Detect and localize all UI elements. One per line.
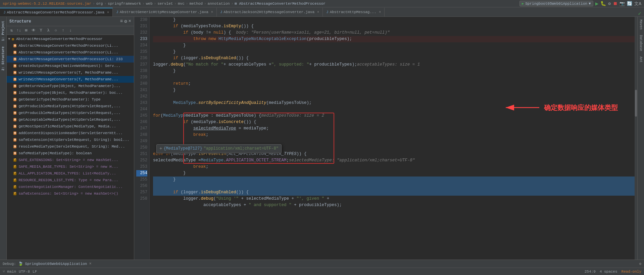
code-line-252: break; [153, 164, 635, 170]
debug-close-btn[interactable]: × [89, 262, 91, 266]
code-body[interactable]: } if (mediaTypesToUse.isEmpty()) { if (b… [150, 17, 635, 260]
line-numbers: 230 231 232 233 234 235 236 237 238 239 … [134, 17, 150, 260]
encoding[interactable]: UTF-8 [19, 270, 30, 274]
translate-button[interactable]: 文A [634, 1, 641, 7]
git-branch[interactable]: ⑂ main [3, 270, 16, 274]
code-line-256: if (logger.isDebugEnabled()) { [153, 189, 635, 196]
f-icon-2: f [13, 165, 16, 168]
line-col: 254:9 [585, 270, 596, 274]
line-endings[interactable]: LF [33, 270, 37, 274]
ant-tab[interactable]: Ant [638, 54, 643, 65]
structure-tab-side[interactable]: 2: Structure [1, 44, 6, 73]
tree-field-safemedia[interactable]: f SAFE_MEDIA_BASE_TYPES: Set<String> = n… [7, 163, 134, 170]
tree-field-contentneg[interactable]: f contentNegotiationManager: ContentNego… [7, 184, 134, 190]
stop-button[interactable]: ⏹ [613, 1, 617, 6]
tree-method-write2[interactable]: m writeWithMessageConverters(T, MethodPa… [7, 76, 134, 83]
tree-method-getreturn[interactable]: m getReturnValueType(Object, MethodParam… [7, 83, 134, 89]
debug-label: Debug: [3, 262, 16, 266]
sync-status: ✓ [638, 10, 641, 17]
code-content[interactable]: 230 231 232 233 234 235 236 237 238 239 … [134, 17, 637, 260]
debug-settings[interactable]: ⚙ [639, 262, 641, 266]
tab-close4[interactable]: × [379, 10, 381, 14]
sort-asc-icon[interactable]: ↑↓ [15, 27, 22, 34]
refresh-button[interactable]: 🔄 [627, 1, 632, 6]
tree-field-safeextensions[interactable]: f safeExtensions: Set<String> = new Hash… [7, 190, 134, 197]
field-resource-label: RESOURCE_REGION_LIST_TYPE: Type = new Pa… [18, 178, 118, 182]
line-num-250: 250 [136, 145, 147, 151]
line-num-243: 243 [136, 100, 147, 106]
tree-constructor-1[interactable]: m AbstractMessageConverterMethodProcesso… [7, 42, 134, 49]
sort-icon[interactable]: ≡ [120, 18, 123, 24]
build-button[interactable]: ⚙ [608, 1, 611, 6]
tree-method-getgeneric[interactable]: m getGenericType(MethodParameter): Type [7, 96, 134, 103]
method-getproducible1-label: getProducibleMediaTypes(HttpServletReque… [18, 104, 120, 108]
tree-method-create[interactable]: m createOutputMessage(NativeWebRequest):… [7, 63, 134, 69]
method-getacceptable-label: getAcceptableMediaTypes(HttpServletReque… [18, 118, 120, 122]
project-tab[interactable]: 1: Project [1, 18, 6, 44]
tab-close3[interactable]: × [317, 10, 319, 14]
tab-abstractmessage[interactable]: J AbstractMessageConverterMethodProcesso… [0, 8, 113, 16]
sort-alpha-icon[interactable]: ⇅ [8, 27, 15, 34]
f-icon-4: f [13, 179, 16, 182]
run-configuration[interactable]: ▶ Springboot05Web01Application ▼ [519, 1, 593, 6]
top-bar-controls: ▶ Springboot05Web01Application ▼ ▶ 🐛 ⚙ ⏹… [519, 0, 641, 7]
code-line-258: acceptableTypes + " and supported " + pr… [153, 202, 635, 208]
line-num-247: 247 [136, 125, 147, 132]
m-icon-3: m [13, 57, 16, 61]
tab-abstractjackson[interactable]: J AbstractJackson2HttpMessageConverter.j… [217, 8, 323, 16]
visibility-icon[interactable]: 👁 [30, 27, 37, 34]
field-contentneg-label: contentNegotiationManager: ContentNegoti… [18, 185, 122, 189]
method-write2-label: writeWithMessageConverters(T, MethodPara… [18, 77, 118, 81]
down-icon[interactable]: ↓ [67, 27, 74, 34]
tab-close[interactable]: × [107, 11, 109, 14]
tree-method-isresource[interactable]: m isResourceType(Object, MethodParameter… [7, 89, 134, 96]
tree-constructor-2[interactable]: m AbstractMessageConverterMethodProcesso… [7, 49, 134, 56]
tree-method-addcontent[interactable]: m addContentDispositionHeader(ServletSer… [7, 130, 134, 136]
tree-method-safemedia[interactable]: m safeMediaType(MediaType): boolean [7, 150, 134, 157]
up-icon[interactable]: ↑ [60, 27, 66, 34]
tree-method-getproducible1[interactable]: m getProducibleMediaTypes(HttpServletReq… [7, 103, 134, 110]
tree-method-safeext[interactable]: m safeExtension(HttpServletRequest, Stri… [7, 136, 134, 143]
tree-field-allapplication[interactable]: f ALL_APPLICATION_MEDIA_TYPES: List<Medi… [7, 170, 134, 177]
tab-close2[interactable]: × [211, 10, 213, 14]
code-line-257: logger.debug("Using '" + selectedMediaTy… [153, 196, 635, 202]
run-button[interactable]: ▶ [595, 0, 599, 7]
scrollbar-thumb[interactable] [635, 90, 637, 117]
filter-icon[interactable]: Y [38, 27, 44, 34]
vertical-scrollbar[interactable] [635, 17, 637, 260]
tree-method-getacceptable[interactable]: m getAcceptableMediaTypes(HttpServletReq… [7, 116, 134, 123]
expand-icon[interactable]: ⊞ [23, 27, 30, 34]
tree-constructor-3[interactable]: m AbstractMessageConverterMethodProcesso… [7, 56, 134, 63]
line-num-236: 236 [136, 55, 147, 62]
debug-bar: Debug: 🍃 Springboot05Web01Application × … [0, 260, 644, 268]
tree-field-safeext[interactable]: f SAFE_EXTENSIONS: Set<String> = new Has… [7, 157, 134, 163]
tree-root[interactable]: ▼ ⊞ AbstractMessageConverterMethodProces… [7, 36, 134, 42]
code-line-232: if (body != null) { body: "Person(userNa… [153, 30, 635, 36]
maven-tab[interactable]: Maven [638, 17, 643, 32]
line-num-255: 255 [136, 176, 147, 183]
method-isresource-label: isResourceType(Object, MethodParameter):… [18, 91, 122, 95]
tree-method-resolvemedia[interactable]: m resolveMediaType(ServletRequest, Strin… [7, 143, 134, 150]
tree-method-mostspecific[interactable]: m getMostSpecificMediaType(MediaType, Me… [7, 123, 134, 130]
lambda-icon[interactable]: λ [45, 27, 52, 34]
run-config-dropdown[interactable]: ▼ [589, 2, 591, 6]
right-side-panels: Maven Database Ant [637, 17, 644, 260]
debug-button[interactable]: 🐛 [600, 1, 606, 6]
close-structure[interactable]: × [129, 18, 131, 24]
tab-abstracthttp[interactable]: J AbstractHttpMessag... × [323, 8, 385, 16]
arrow-annotation: 确定数据响应的媒体类型 [502, 101, 618, 114]
line-num-248: 248 [136, 132, 147, 138]
field-safeextensions-label: safeExtensions: Set<String> = new HashSe… [18, 192, 118, 196]
tab-abstractgeneric[interactable]: J AbstractGenericHttpMessageConverter.ja… [113, 8, 217, 16]
settings-icon[interactable]: ⚙ [124, 18, 127, 24]
root-label: AbstractMessageConverterMethodProcessor [16, 37, 102, 41]
anon-icon[interactable]: ○ [52, 27, 59, 34]
f-icon-5: f [13, 185, 16, 189]
indent: 4 spaces [600, 270, 617, 274]
tree-method-getproducible2[interactable]: m getProducibleMediaTypes(HttpServletReq… [7, 110, 134, 116]
camera-button[interactable]: 📷 [620, 1, 625, 6]
code-line-254: } [153, 176, 635, 183]
database-tab[interactable]: Database [638, 32, 643, 54]
tree-field-resource[interactable]: f RESOURCE_REGION_LIST_TYPE: Type = new … [7, 177, 134, 184]
tree-method-write1[interactable]: m writeWithMessageConverters(T, MethodPa… [7, 69, 134, 76]
